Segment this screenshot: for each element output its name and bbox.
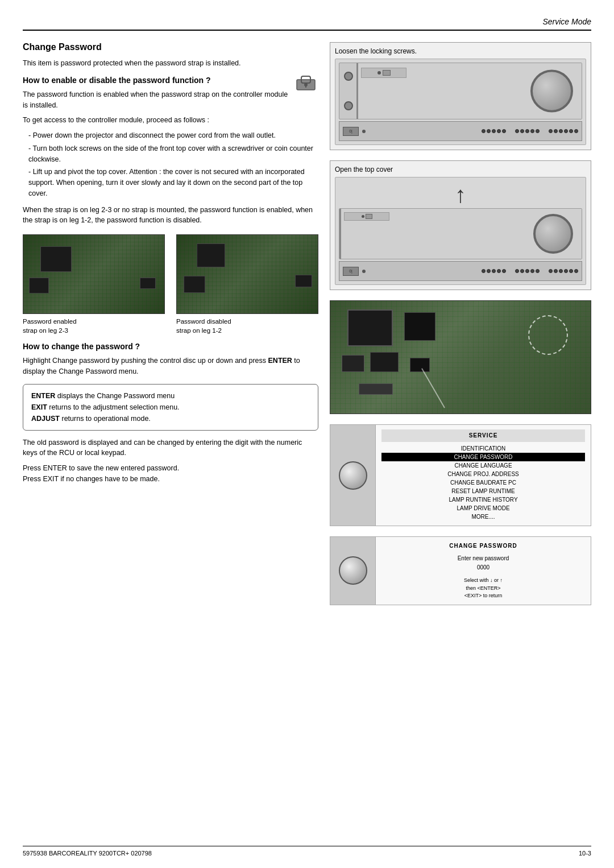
chip-block-5: [184, 276, 205, 293]
subsection2-heading: How to change the password ?: [23, 342, 318, 351]
callout-line: [421, 368, 445, 408]
subsection1-para2: To get access to the controller module, …: [23, 115, 318, 126]
password-icon: [296, 75, 318, 92]
dot14: [564, 129, 568, 133]
panel-rect: [383, 70, 391, 76]
proj-body-2: [339, 209, 582, 259]
ctrl-display-2: 0|: [343, 267, 359, 276]
highlight-circle: [528, 315, 568, 355]
steps-list: - Power down the projector and disconnec…: [23, 130, 318, 199]
photo2-caption: Password disabled strap on leg 1-2: [176, 317, 318, 335]
lens: [530, 70, 573, 113]
chip3: [342, 355, 364, 372]
left-column: Change Password This item is password pr…: [23, 42, 318, 605]
diagram1-label: Loosen the locking screws.: [335, 47, 586, 55]
chip-block-3: [140, 278, 156, 289]
menu-item-lamp-history: LAMP RUNTINE HISTORY: [381, 495, 585, 504]
page-header: Service Mode: [23, 17, 591, 31]
dot16: [574, 129, 578, 133]
pw-enter-label: Enter new password: [381, 554, 585, 563]
menu-item-change-language: CHANGE LANGUAGE: [381, 461, 585, 470]
subsection2-para3: Press ENTER to save the new entered pass…: [23, 463, 318, 485]
info-box: ENTER displays the Change Password menu …: [23, 384, 318, 431]
pw-knob-circle: [339, 556, 367, 585]
ctrl-dots-left: [482, 129, 506, 133]
chip5: [410, 358, 430, 372]
ctrl-dots-right: [515, 129, 540, 133]
pcb-inner: [330, 301, 591, 414]
right-column: Loosen the locking screws.: [330, 42, 591, 605]
dot3: [492, 129, 496, 133]
menu-item-change-address: CHANGE PROJ. ADDRESS: [381, 470, 585, 478]
content-area: Change Password This item is password pr…: [23, 42, 591, 605]
menu-item-identification: IDENTIFICATION: [381, 444, 585, 453]
proj-body: [356, 63, 582, 119]
exit-label: EXIT: [31, 403, 47, 411]
controls-bar-1: 0|: [339, 121, 582, 141]
screw-indicator-2: [344, 101, 353, 110]
lens-2: [533, 214, 573, 254]
menu-item-change-baudrate: CHANGE BAUDRATE PC: [381, 478, 585, 487]
pw-knob: [330, 537, 376, 605]
pcb-photo-enabled: [23, 234, 165, 314]
ctrl-dots-far-right: [549, 129, 578, 133]
chip4: [370, 352, 399, 372]
header-title: Service Mode: [542, 17, 591, 26]
knob: [339, 461, 367, 490]
service-knob: [330, 425, 376, 526]
page-footer: 5975938 BARCOREALITY 9200TCR+ 020798 10-…: [23, 846, 591, 857]
enter-label: ENTER: [31, 392, 55, 400]
service-menu-layout: SERVICE IDENTIFICATION CHANGE PASSWORD C…: [330, 425, 591, 526]
strap-note: When the strap is on leg 2-3 or no strap…: [23, 205, 318, 226]
step-2: - Turn both lock screws on the side of t…: [23, 143, 318, 165]
service-menu-diagram: SERVICE IDENTIFICATION CHANGE PASSWORD C…: [330, 424, 591, 526]
subsection1-para1: The password function is enabled when th…: [23, 89, 318, 111]
svg-rect-3: [305, 85, 306, 88]
diagram2: Open the top cover ↑: [330, 160, 591, 290]
pw-menu-content: CHANGE PASSWORD Enter new password 0000 …: [376, 537, 591, 605]
service-menu-content: SERVICE IDENTIFICATION CHANGE PASSWORD C…: [376, 425, 591, 526]
pw-select-hint: Select with ↓ or ↑ then <ENTER> <EXIT> t…: [381, 577, 585, 600]
step-1: - Power down the projector and disconnec…: [23, 130, 318, 141]
dot10: [536, 129, 540, 133]
subsection2-para1: Highlight Change password by pushing the…: [23, 356, 318, 377]
dot5: [502, 129, 506, 133]
panel-top-2: [344, 212, 389, 221]
chip2: [404, 312, 435, 341]
pcb-large-photo: [330, 300, 591, 414]
controls-bar-2: 0|: [339, 261, 582, 281]
pcb-photo-disabled: [176, 234, 318, 314]
dot7: [520, 129, 524, 133]
footer-left: 5975938 BARCOREALITY 9200TCR+ 020798: [23, 850, 152, 857]
dot15: [569, 129, 573, 133]
panel-top: [361, 68, 406, 78]
dot8: [525, 129, 529, 133]
screw-indicator-1: [344, 72, 353, 81]
enter-text: displays the Change Password menu: [55, 392, 175, 400]
pw-change-diagram: CHANGE PASSWORD Enter new password 0000 …: [330, 536, 591, 605]
ctrl-dots-far-right-2: [549, 269, 578, 273]
dot2: [487, 129, 491, 133]
service-title: SERVICE: [381, 429, 585, 442]
pcb-photos: Password enabled strap on leg 2-3 Passwo…: [23, 234, 318, 335]
menu-item-lamp-drive: LAMP DRIVE MODE: [381, 504, 585, 512]
projector-diagram2: [339, 208, 582, 259]
section-title: Change Password: [23, 42, 318, 52]
dot13: [559, 129, 563, 133]
adjust-label: ADJUST: [31, 415, 60, 423]
dot11: [549, 129, 553, 133]
menu-item-more: MORE....: [381, 512, 585, 521]
chip-block-1: [40, 246, 72, 272]
pw-change-layout: CHANGE PASSWORD Enter new password 0000 …: [330, 537, 591, 605]
pw-value: 0000: [381, 563, 585, 572]
chip6: [359, 383, 393, 395]
open-arrow: ↑: [339, 183, 582, 206]
ctrl-dots-right-2: [515, 269, 540, 273]
intro-text: This item is password protected when the…: [23, 58, 318, 69]
dot6: [515, 129, 519, 133]
main-chip: [347, 309, 393, 346]
adjust-text: returns to operational mode.: [60, 415, 151, 423]
subsection2-para2: The old password is displayed and can be…: [23, 437, 318, 459]
dot4: [497, 129, 501, 133]
ctrl-dot-single: [362, 130, 366, 133]
